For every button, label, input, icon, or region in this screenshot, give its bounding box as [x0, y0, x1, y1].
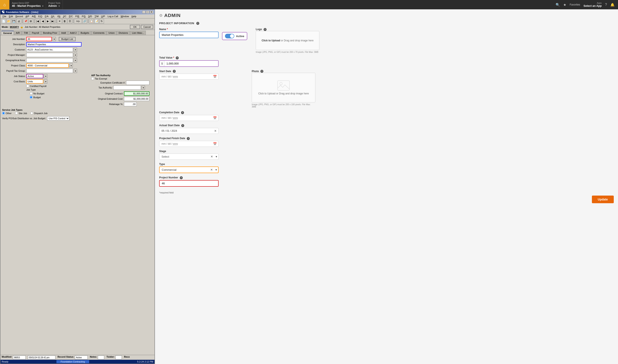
service-site-radio[interactable]: [15, 112, 18, 115]
star-icon[interactable]: ★: [563, 3, 566, 7]
help-icon[interactable]: ?: [605, 3, 607, 7]
project-manager-input[interactable]: [26, 53, 73, 57]
actual-start-input[interactable]: [159, 128, 212, 134]
menu-log-call[interactable]: Log a Call: [106, 15, 119, 18]
menu-sd[interactable]: S/D: [87, 15, 93, 18]
menu-eq[interactable]: E/Q: [37, 15, 43, 18]
project-number-input[interactable]: [159, 180, 219, 187]
type-select-wrap[interactable]: Commercial ✕ ▾: [159, 167, 219, 173]
tax-exempt-checkbox[interactable]: [91, 77, 94, 80]
record-status-input[interactable]: [75, 355, 88, 359]
actual-start-help[interactable]: ?: [181, 124, 184, 127]
payroll-tax-dropdown[interactable]: ▾: [74, 69, 77, 73]
description-input[interactable]: [26, 42, 81, 46]
stage-clear-icon[interactable]: ✕: [209, 155, 214, 158]
customer-input[interactable]: [26, 48, 73, 52]
payroll-tax-input[interactable]: [26, 69, 73, 73]
tickler-input[interactable]: [116, 355, 122, 359]
project-number-help[interactable]: ?: [180, 176, 183, 179]
tab-general[interactable]: General: [1, 31, 14, 35]
toolbar-next[interactable]: ▶: [45, 19, 50, 24]
actual-start-clear-icon[interactable]: ✕: [212, 129, 218, 133]
toolbar-save[interactable]: 💾: [12, 19, 16, 24]
tab-lien-waiv[interactable]: Lien Waiv...: [130, 31, 146, 35]
logo-help-icon[interactable]: ?: [263, 28, 266, 31]
toolbar-trash[interactable]: 🗑: [62, 19, 67, 24]
apps-select-label[interactable]: Select an App: [584, 4, 602, 7]
menu-fa[interactable]: F/A: [43, 15, 50, 18]
toolbar-doc[interactable]: 📝: [94, 19, 99, 24]
tab-addl[interactable]: Addl: [59, 31, 68, 35]
menu-file[interactable]: File: [1, 15, 8, 18]
exemption-cert-input[interactable]: [126, 81, 149, 85]
orig-est-cost-input[interactable]: [124, 97, 149, 101]
photo-upload-box[interactable]: Click to Upload or Drag and drop image h…: [252, 73, 315, 103]
geo-area-dropdown[interactable]: ▾: [74, 58, 77, 62]
projected-finish-calendar-icon[interactable]: 📅: [211, 142, 218, 145]
geo-area-input[interactable]: [26, 58, 73, 62]
menu-up[interactable]: U/P: [100, 15, 106, 18]
menu-window[interactable]: Window: [119, 15, 130, 18]
menu-record[interactable]: Record: [14, 15, 24, 18]
toolbar-new[interactable]: 📄: [1, 19, 6, 24]
close-button[interactable]: ✕: [150, 11, 153, 13]
tab-payroll[interactable]: Payroll: [30, 31, 41, 35]
nav-app-section[interactable]: Agave Demo ERP 46 - Market Properties ▾: [9, 0, 46, 9]
toolbar-list2[interactable]: 📋: [89, 19, 94, 24]
total-value-help[interactable]: ?: [176, 56, 179, 59]
project-class-input[interactable]: [26, 64, 69, 68]
service-dispatch-radio[interactable]: [30, 112, 33, 115]
toolbar-refresh[interactable]: ↻: [99, 19, 104, 24]
toolbar-sql[interactable]: SQL: [74, 19, 82, 24]
job-number-input[interactable]: [26, 37, 52, 41]
stage-chevron-icon[interactable]: ▾: [214, 155, 218, 158]
home-button[interactable]: ⌂: [0, 0, 9, 9]
cost-basis-dropdown[interactable]: ▾: [44, 79, 47, 84]
logo-upload-box[interactable]: Click to Upload or Drag and drop image h…: [256, 31, 319, 50]
menu-pc[interactable]: P/C: [68, 15, 74, 18]
toolbar-link[interactable]: 🔗: [82, 19, 87, 24]
completion-date-help[interactable]: ?: [181, 111, 184, 114]
retainage-input[interactable]: [124, 102, 137, 106]
budget-list-button[interactable]: Budget List: [59, 37, 76, 41]
menu-ap[interactable]: A/P: [24, 15, 31, 18]
completion-date-input[interactable]: [159, 115, 211, 121]
toolbar-print[interactable]: 🖨: [16, 19, 21, 24]
menu-pr[interactable]: P/R: [74, 15, 80, 18]
date-input[interactable]: [28, 355, 55, 359]
budget-radio[interactable]: [30, 96, 32, 99]
tab-divisions[interactable]: Divisions: [117, 31, 130, 35]
tab-bonding-prior[interactable]: Bonding Prior: [41, 31, 59, 35]
toolbar-grid[interactable]: ⊞: [28, 19, 33, 24]
name-input[interactable]: [159, 32, 219, 38]
menu-ar[interactable]: A/R: [31, 15, 37, 18]
menu-tm[interactable]: T/M: [93, 15, 100, 18]
stage-select-wrap[interactable]: Select ✕ ▾: [159, 154, 219, 160]
section-help-icon[interactable]: ?: [196, 22, 199, 25]
type-chevron-icon[interactable]: ▾: [214, 168, 218, 171]
menu-in[interactable]: I/N: [56, 15, 62, 18]
type-clear-icon[interactable]: ✕: [209, 168, 214, 171]
update-button[interactable]: Update: [592, 195, 614, 203]
toolbar-pin[interactable]: 📌: [23, 19, 28, 24]
no-budget-radio[interactable]: [30, 92, 32, 95]
notification-icon[interactable]: 🔔: [610, 3, 615, 7]
project-manager-dropdown[interactable]: ▾: [74, 53, 77, 57]
tab-comments[interactable]: Comments: [91, 31, 106, 35]
toolbar-open[interactable]: 📂: [6, 19, 11, 24]
menu-jc[interactable]: J/C: [62, 15, 68, 18]
cost-basis-input[interactable]: [26, 79, 43, 84]
certified-payroll-checkbox[interactable]: [26, 85, 29, 87]
modified-input[interactable]: [13, 355, 26, 359]
nav-tools-section[interactable]: Project Tools Admin ▾: [46, 0, 63, 9]
active-toggle-switch[interactable]: [225, 34, 234, 39]
service-other-radio[interactable]: [2, 112, 5, 115]
completion-date-calendar-icon[interactable]: 📅: [211, 116, 218, 120]
tab-ar[interactable]: A/R: [14, 31, 22, 35]
toolbar-list[interactable]: ☰: [67, 19, 72, 24]
notes-input[interactable]: [98, 355, 104, 359]
tab-tm[interactable]: T/M: [22, 31, 30, 35]
verify-po-select[interactable]: Use P/S Control: [47, 116, 69, 120]
menu-ps[interactable]: P/S: [80, 15, 87, 18]
menu-edit[interactable]: Edit: [8, 15, 14, 18]
